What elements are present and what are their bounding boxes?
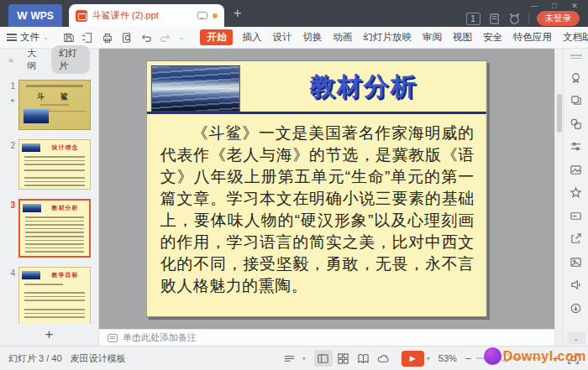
comment-bubble-icon[interactable] xyxy=(197,12,207,19)
slide-body-textbox[interactable]: 《斗鲨》一文是美国著名作家海明威的代表作《老人与海》的节选，是冀教版《语文》八年… xyxy=(147,114,486,297)
star-icon[interactable] xyxy=(570,186,582,199)
save-icon[interactable] xyxy=(63,32,75,44)
window-controls: — □ ✕ xyxy=(524,0,585,11)
seal-icon[interactable] xyxy=(570,71,582,84)
thumb-text-block xyxy=(25,216,84,255)
slide-4-thumbnail[interactable]: 教学目标 xyxy=(18,267,91,324)
zoom-out-button[interactable]: − xyxy=(465,352,472,365)
wps-logo-icon: W xyxy=(17,9,27,22)
login-button[interactable]: 未登录 xyxy=(537,11,580,26)
slide-2-title: 设计理念 xyxy=(43,143,87,152)
share-play-view-button[interactable] xyxy=(375,350,393,367)
slide-1-thumbnail[interactable]: 斗 鲨 xyxy=(18,80,91,130)
zoom-in-button[interactable]: + xyxy=(552,352,559,365)
zoom-track[interactable] xyxy=(476,357,547,359)
picture-icon[interactable] xyxy=(570,256,582,268)
thumbnail-list: 1 ★ 斗 鲨 2 xyxy=(0,70,98,324)
slide-title[interactable]: 教材分析 xyxy=(241,70,486,104)
slide-3-thumbnail-selected[interactable]: 教材分析 xyxy=(18,199,91,258)
maximize-button[interactable]: □ xyxy=(544,0,564,11)
file-menu[interactable]: 文件 ⌄ xyxy=(7,31,49,44)
thumb-text-line xyxy=(40,104,69,106)
tab-insert[interactable]: 插入 xyxy=(240,29,263,45)
tab-special-apps[interactable]: 特色应用 xyxy=(512,29,554,45)
thumb-ocean-image xyxy=(22,271,40,279)
print-preview-icon[interactable] xyxy=(121,32,133,44)
open-documents-badge[interactable]: 1 xyxy=(466,13,480,25)
thumb-ocean-image xyxy=(23,204,41,212)
slide-1-number: 1 ★ xyxy=(0,80,18,130)
thumb-ocean-image xyxy=(24,109,49,123)
quick-access-toolbar: ⌄ xyxy=(63,32,185,44)
collapse-notes-chevron[interactable]: ⌄ xyxy=(567,332,585,344)
drag-handle-icon[interactable] xyxy=(570,53,582,60)
normal-view-button[interactable] xyxy=(314,350,333,367)
tab-doc-assistant[interactable]: 文档助手 xyxy=(561,29,588,45)
current-slide[interactable]: 教材分析 《斗鲨》一文是美国著名作家海明威的代表作《老人与海》的节选，是冀教版《… xyxy=(146,60,487,317)
collapse-panel-icon[interactable]: « xyxy=(8,55,13,65)
tab-review[interactable]: 审阅 xyxy=(421,29,444,45)
slideshow-control: ▶ ▾ xyxy=(402,351,430,367)
more-commands-caret-icon[interactable]: ⌄ xyxy=(179,34,185,41)
add-slide-button[interactable]: + xyxy=(0,324,98,346)
slide-3-number: 3 xyxy=(0,199,18,258)
notes-bar[interactable]: 单击此处添加备注 xyxy=(99,329,554,346)
tab-home[interactable]: 开始 xyxy=(200,29,233,45)
scrollbar-thumb[interactable] xyxy=(557,94,562,133)
titlebar-right-group: 1 未登录 xyxy=(466,11,580,26)
tab-view[interactable]: 视图 xyxy=(451,29,474,45)
fit-to-window-icon[interactable] xyxy=(567,352,580,365)
slide-canvas[interactable]: 教材分析 《斗鲨》一文是美国著名作家海明威的代表作《老人与海》的节选，是冀教版《… xyxy=(99,49,554,329)
minimize-button[interactable]: — xyxy=(524,0,544,11)
speaker-icon[interactable] xyxy=(570,279,582,291)
tab-outline-view[interactable]: 大纲 xyxy=(27,47,43,72)
print-icon[interactable] xyxy=(102,32,113,44)
textbox-icon[interactable] xyxy=(570,210,582,222)
reading-view-button[interactable] xyxy=(354,350,373,367)
book-icon xyxy=(357,352,370,365)
output-pdf-icon[interactable] xyxy=(82,32,94,44)
tab-design[interactable]: 设计 xyxy=(270,29,293,45)
play-options-caret-icon[interactable]: ▾ xyxy=(427,355,430,362)
document-icon[interactable] xyxy=(488,13,501,25)
share-icon[interactable] xyxy=(570,232,582,245)
thumbnail-row-2: 2 设计理念 xyxy=(0,139,98,190)
tab-transitions[interactable]: 切换 xyxy=(301,29,323,45)
document-tab[interactable]: 斗鲨课件 (2).ppt xyxy=(69,4,224,27)
titlebar-divider xyxy=(528,13,529,24)
close-button[interactable]: ✕ xyxy=(564,0,585,11)
zoom-level[interactable]: 53% xyxy=(438,353,457,363)
sliders-icon[interactable] xyxy=(570,140,582,153)
download-circle-icon[interactable] xyxy=(570,302,582,315)
notes-lines-icon xyxy=(283,352,296,365)
template-name[interactable]: 麦田设计模板 xyxy=(71,352,126,365)
tab-slideshow[interactable]: 幻灯片放映 xyxy=(361,29,413,45)
slide-panel: « 大纲 幻灯片 1 ★ 斗 鲨 xyxy=(0,49,99,346)
vertical-scrollbar[interactable] xyxy=(554,49,563,346)
statusbar: 幻灯片 3 / 40 麦田设计模板 ▾ ▶ ▾ 53% − xyxy=(0,346,588,370)
wps-menu-button[interactable]: W WPS xyxy=(8,4,62,27)
tab-security[interactable]: 安全 xyxy=(481,29,504,45)
play-slideshow-button[interactable]: ▶ xyxy=(402,351,424,367)
tab-animations[interactable]: 动画 xyxy=(331,29,354,45)
tab-slides-view[interactable]: 幻灯片 xyxy=(51,45,90,74)
notes-toggle[interactable]: ▾ xyxy=(283,352,306,365)
cloud-icon xyxy=(377,352,390,365)
zoom-slider: − + xyxy=(465,352,559,365)
shapes-icon[interactable] xyxy=(570,117,582,130)
cat-icon[interactable] xyxy=(508,13,521,25)
slide-2-thumbnail[interactable]: 设计理念 xyxy=(18,139,91,190)
undo-icon[interactable] xyxy=(140,32,152,44)
layers-icon[interactable] xyxy=(570,94,582,107)
redo-icon[interactable] xyxy=(160,32,171,44)
image-icon[interactable] xyxy=(570,164,582,176)
zoom-thumb[interactable] xyxy=(501,353,510,362)
slide-number-label: 4 xyxy=(10,268,15,278)
new-tab-button[interactable]: + xyxy=(234,7,241,20)
slide-number-label: 2 xyxy=(10,141,15,150)
slide-sorter-view-button[interactable] xyxy=(334,350,353,367)
panel-header: « 大纲 幻灯片 xyxy=(0,49,98,70)
grid-view-icon xyxy=(337,352,349,365)
ocean-wave-image[interactable] xyxy=(151,65,240,112)
slide-1-title: 斗 鲨 xyxy=(19,91,90,102)
